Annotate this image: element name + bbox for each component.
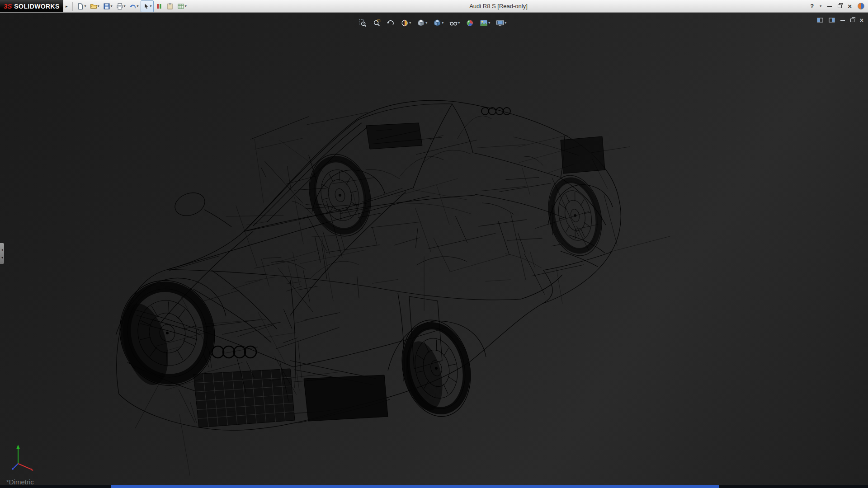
- help-button[interactable]: ?: [810, 3, 814, 9]
- dock-pane-right-button[interactable]: [829, 16, 835, 24]
- section-view-button[interactable]: ▾: [400, 18, 412, 28]
- display-colors-button[interactable]: [154, 0, 165, 12]
- splitter-arrow-icon: ◂: [1, 248, 3, 251]
- heads-up-view-toolbar: ▾ ▾ ▾ ▾: [358, 18, 507, 28]
- dropdown-caret-icon[interactable]: ▾: [137, 5, 139, 8]
- dock-pane-right-icon: [829, 18, 835, 23]
- view-orientation-button[interactable]: ▾: [416, 18, 428, 28]
- dock-pane-left-icon: [817, 18, 823, 23]
- zoom-to-fit-icon: [359, 19, 367, 27]
- edit-appearance-button[interactable]: [465, 18, 475, 28]
- apply-scene-button[interactable]: ▾: [479, 18, 491, 28]
- previous-view-button[interactable]: [386, 18, 396, 28]
- help-caret-icon[interactable]: ▾: [820, 5, 821, 8]
- options-table-icon: [177, 3, 184, 10]
- view-settings-button[interactable]: ▾: [495, 18, 507, 28]
- zoom-to-area-icon: [373, 19, 381, 27]
- dropdown-caret-icon[interactable]: ▾: [98, 5, 99, 8]
- dropdown-caret-icon[interactable]: ▾: [425, 21, 427, 25]
- select-button[interactable]: ▾: [141, 0, 154, 12]
- splitter-arrow-icon: ◂: [1, 256, 3, 259]
- save-button[interactable]: ▾: [101, 0, 114, 12]
- edit-appearance-icon: [466, 19, 474, 27]
- clipboard-icon: [166, 3, 174, 10]
- dropdown-caret-icon[interactable]: ▾: [458, 21, 460, 25]
- document-restore-button[interactable]: [850, 19, 854, 22]
- options-button[interactable]: ▾: [175, 0, 189, 12]
- clipboard-button[interactable]: [165, 0, 175, 12]
- dropdown-caret-icon[interactable]: ▾: [409, 21, 411, 25]
- resources-flag-icon[interactable]: [858, 3, 864, 9]
- dropdown-caret-icon[interactable]: ▾: [442, 21, 443, 25]
- document-window-controls: ×: [817, 16, 863, 24]
- view-orientation-cube-icon: [417, 19, 425, 27]
- section-view-icon: [401, 19, 409, 27]
- zoom-to-fit-button[interactable]: [358, 18, 368, 28]
- view-settings-icon: [496, 19, 504, 27]
- new-document-icon: [77, 3, 84, 10]
- feature-panel-splitter[interactable]: ◂ ◂: [0, 243, 4, 264]
- solidworks-logo[interactable]: 3S SOLIDWORKS: [0, 0, 63, 12]
- display-style-icon: [433, 19, 441, 27]
- close-button[interactable]: ×: [848, 3, 852, 9]
- dassault-logo-icon: 3S: [4, 3, 12, 9]
- open-folder-icon: [90, 3, 97, 10]
- window-title: Audi R8 S [Read-only]: [189, 3, 809, 9]
- display-colors-icon: [156, 3, 163, 10]
- taskbar-active-app[interactable]: [111, 485, 719, 488]
- document-close-button[interactable]: ×: [860, 17, 863, 23]
- undo-arrow-icon: [129, 3, 137, 10]
- print-button[interactable]: ▾: [114, 0, 127, 12]
- dropdown-caret-icon[interactable]: ▾: [150, 5, 152, 8]
- toolbar-separator: [72, 2, 73, 11]
- zoom-to-area-button[interactable]: [372, 18, 382, 28]
- save-floppy-icon: [103, 3, 110, 10]
- select-cursor-icon: [142, 3, 150, 10]
- dock-pane-left-button[interactable]: [817, 16, 823, 24]
- dropdown-caret-icon[interactable]: ▾: [185, 5, 187, 8]
- dropdown-caret-icon[interactable]: ▾: [111, 5, 113, 8]
- hide-show-items-button[interactable]: ▾: [448, 18, 461, 28]
- display-style-button[interactable]: ▾: [432, 18, 444, 28]
- hide-show-items-icon: [449, 19, 458, 27]
- restore-button[interactable]: [838, 5, 842, 8]
- minimize-button[interactable]: [827, 6, 832, 7]
- titlebar: 3S SOLIDWORKS ▸ ▾ ▾ ▾ ▾: [0, 0, 868, 13]
- new-document-button[interactable]: ▾: [75, 0, 88, 12]
- window-controls: ? ▾ ×: [808, 3, 868, 9]
- dropdown-caret-icon[interactable]: ▾: [488, 21, 490, 25]
- document-minimize-button[interactable]: [840, 20, 845, 21]
- dropdown-caret-icon[interactable]: ▾: [505, 21, 506, 25]
- apply-scene-icon: [480, 19, 488, 27]
- undo-button[interactable]: ▾: [127, 0, 141, 12]
- print-icon: [116, 3, 123, 10]
- brand-name: SOLIDWORKS: [14, 3, 59, 9]
- menu-expand-arrow-icon[interactable]: ▸: [66, 4, 68, 9]
- taskbar-sliver: [0, 485, 868, 488]
- dropdown-caret-icon[interactable]: ▾: [85, 5, 86, 8]
- open-button[interactable]: ▾: [88, 0, 101, 12]
- graphics-area[interactable]: [0, 13, 868, 488]
- previous-view-icon: [387, 19, 395, 27]
- dropdown-caret-icon[interactable]: ▾: [124, 5, 126, 8]
